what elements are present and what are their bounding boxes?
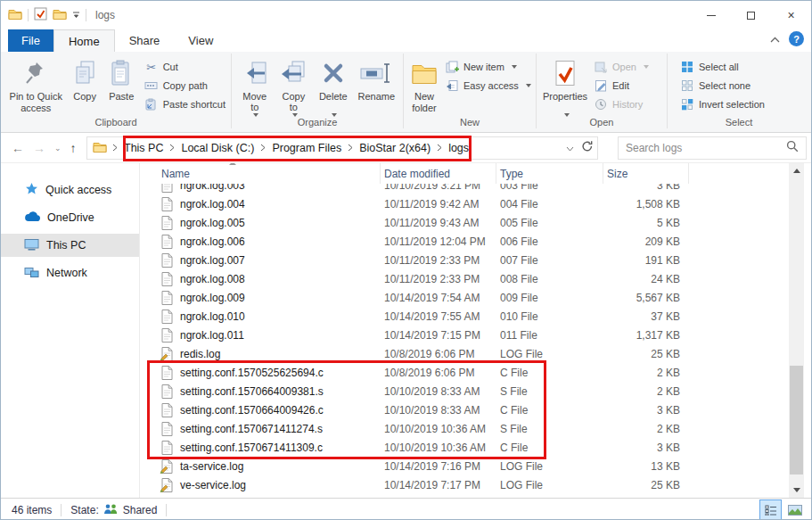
- new-folder-button[interactable]: New folder: [407, 54, 441, 117]
- copy-button[interactable]: Copy: [68, 54, 103, 117]
- column-header-size[interactable]: Size: [603, 163, 689, 184]
- ribbon-group-organize: Move to Copy to Delete Rename Organize: [232, 52, 403, 132]
- close-button[interactable]: ×: [771, 1, 811, 29]
- file-row[interactable]: setting.conf.1570664009381.s 10/10/2019 …: [140, 382, 789, 400]
- file-row[interactable]: ve-service.log 10/14/2019 7:17 PM LOG Fi…: [140, 475, 789, 494]
- paste-shortcut-button[interactable]: Paste shortcut: [144, 96, 226, 112]
- search-input[interactable]: Search logs: [618, 136, 807, 160]
- tab-share[interactable]: Share: [115, 29, 175, 52]
- sort-ascending-icon: [229, 163, 236, 165]
- easy-access-button[interactable]: Easy access: [445, 78, 531, 94]
- file-row[interactable]: ngrok.log.011 10/14/2019 7:15 PM 011 Fil…: [140, 326, 789, 344]
- sidebar-item-this-pc[interactable]: This PC: [1, 234, 139, 257]
- file-size: 24 KB: [603, 273, 689, 285]
- file-row[interactable]: ngrok.log.004 10/11/2019 9:42 AM 004 Fil…: [140, 194, 789, 213]
- file-row[interactable]: setting.conf.1570671411274.s 10/10/2019 …: [140, 419, 789, 438]
- ribbon-group-select: Select all Select none Invert selection …: [668, 52, 810, 132]
- file-row[interactable]: setting.conf.1570664009426.c 10/10/2019 …: [140, 400, 789, 419]
- column-header-date[interactable]: Date modified: [381, 163, 496, 184]
- breadcrumb-this-pc[interactable]: This PC: [124, 142, 163, 154]
- qat-customize-icon[interactable]: [72, 9, 80, 21]
- cut-button[interactable]: ✂Cut: [144, 59, 226, 75]
- tab-view[interactable]: View: [174, 29, 227, 52]
- file-date: 10/10/2019 10:36 AM: [381, 442, 496, 454]
- sidebar-item-onedrive[interactable]: OneDrive: [1, 206, 139, 229]
- new-item-button[interactable]: New item: [445, 59, 531, 75]
- explorer-window: logs × File Home Share View ? Pin to Qui…: [0, 0, 812, 520]
- scrollbar-thumb[interactable]: [790, 366, 803, 475]
- maximize-button[interactable]: [731, 1, 771, 29]
- address-dropdown-icon[interactable]: [566, 142, 574, 154]
- file-row[interactable]: ngrok.log.005 10/11/2019 9:43 AM 005 Fil…: [140, 213, 789, 232]
- properties-button[interactable]: Properties: [540, 54, 590, 117]
- select-none-button[interactable]: Select none: [680, 78, 765, 94]
- details-view-button[interactable]: [759, 499, 782, 520]
- column-header-type[interactable]: Type: [496, 163, 603, 184]
- qat-newfolder-icon[interactable]: [53, 8, 67, 22]
- thumbnails-view-button[interactable]: [783, 499, 806, 520]
- main-area: Quick access OneDrive This PC Network Na…: [1, 163, 811, 498]
- pin-to-quick-access-button[interactable]: Pin to Quick access: [4, 54, 68, 117]
- tab-file[interactable]: File: [8, 29, 53, 52]
- file-row[interactable]: setting.conf.1570525625694.c 10/8/2019 6…: [140, 363, 789, 382]
- breadcrumb-program-files[interactable]: Program Files: [272, 142, 341, 154]
- file-row[interactable]: ngrok.log.010 10/14/2019 7:55 AM 010 Fil…: [140, 307, 789, 326]
- file-name: ngrok.log.008: [180, 273, 245, 285]
- file-row[interactable]: ngrok.log.006 10/11/2019 12:04 PM 006 Fi…: [140, 232, 789, 251]
- sidebar-item-network[interactable]: Network: [1, 261, 139, 285]
- help-icon[interactable]: ?: [789, 31, 804, 46]
- recent-locations-icon[interactable]: ⌄: [51, 144, 65, 153]
- minimize-button[interactable]: [691, 1, 731, 29]
- divider: [28, 9, 29, 21]
- divider: [166, 504, 167, 516]
- file-icon: [161, 384, 174, 399]
- back-button[interactable]: ←: [8, 141, 28, 155]
- breadcrumb-local-disk[interactable]: Local Disk (C:): [181, 142, 254, 154]
- file-type: 011 File: [496, 329, 603, 342]
- address-bar[interactable]: This PC Local Disk (C:) Program Files Bi…: [86, 136, 598, 160]
- file-row[interactable]: ngrok.log.007 10/11/2019 2:33 PM 007 Fil…: [140, 251, 789, 269]
- breadcrumb-logs[interactable]: logs: [448, 142, 469, 154]
- scroll-down-icon[interactable]: [789, 483, 804, 498]
- file-date: 10/11/2019 9:42 AM: [381, 198, 496, 210]
- invert-selection-button[interactable]: Invert selection: [680, 96, 765, 112]
- up-button[interactable]: ↑: [67, 141, 80, 155]
- file-icon: [161, 216, 174, 230]
- file-size: 5,567 KB: [603, 292, 689, 304]
- file-size: 2 KB: [603, 367, 689, 379]
- scroll-up-icon[interactable]: [789, 163, 804, 178]
- history-button[interactable]: History: [594, 96, 649, 112]
- file-size: 2 KB: [603, 423, 689, 435]
- file-icon: [161, 403, 174, 417]
- sidebar-item-quick-access[interactable]: Quick access: [1, 178, 139, 202]
- file-name: setting.conf.1570671411309.c: [180, 442, 323, 454]
- edit-button[interactable]: Edit: [594, 78, 649, 94]
- file-row[interactable]: ngrok.log.008 10/11/2019 2:33 PM 008 Fil…: [140, 269, 789, 288]
- file-date: 10/10/2019 8:33 AM: [381, 385, 496, 398]
- rename-button[interactable]: Rename: [354, 54, 399, 117]
- file-row[interactable]: redis.log 10/8/2019 6:06 PM LOG File 25 …: [140, 344, 789, 363]
- tab-home[interactable]: Home: [53, 29, 115, 52]
- file-row[interactable]: ta-service.log 10/14/2019 7:16 PM LOG Fi…: [140, 457, 789, 475]
- file-list-pane: Name Date modified Type Size ngrok.log.0…: [140, 163, 789, 498]
- open-button[interactable]: Open: [594, 59, 649, 75]
- collapse-ribbon-icon[interactable]: [770, 33, 780, 45]
- copy-to-button[interactable]: Copy to: [275, 54, 314, 117]
- file-row[interactable]: ngrok.log.009 10/14/2019 7:54 AM 009 Fil…: [140, 288, 789, 307]
- delete-button[interactable]: Delete: [313, 54, 354, 117]
- file-date: 10/14/2019 7:16 PM: [381, 460, 496, 473]
- file-row[interactable]: setting.conf.1570671411309.c 10/10/2019 …: [140, 438, 789, 457]
- minimize-icon: [707, 15, 716, 16]
- vertical-scrollbar[interactable]: [789, 163, 804, 498]
- copy-path-button[interactable]: Copy path: [144, 78, 226, 94]
- column-header-name[interactable]: Name: [140, 163, 381, 184]
- state-value: Shared: [123, 504, 158, 516]
- qat-properties-icon[interactable]: [34, 7, 47, 23]
- select-all-button[interactable]: Select all: [680, 59, 765, 75]
- refresh-icon[interactable]: [581, 140, 594, 155]
- move-to-button[interactable]: Move to: [235, 54, 275, 117]
- breadcrumb-biostar[interactable]: BioStar 2(x64): [359, 142, 431, 154]
- forward-button[interactable]: →: [29, 141, 49, 155]
- paste-button[interactable]: Paste: [103, 54, 141, 117]
- file-date: 10/10/2019 10:36 AM: [381, 423, 496, 435]
